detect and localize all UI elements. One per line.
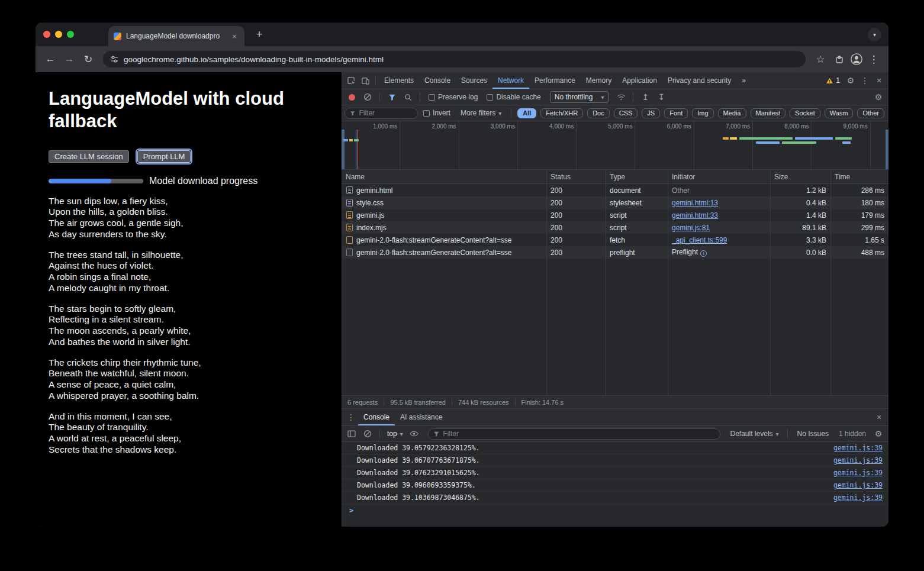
filter-pill-media[interactable]: Media	[718, 108, 746, 118]
network-request-row[interactable]: gemini-2.0-flash:streamGenerateContent?a…	[342, 246, 888, 259]
invert-filter-checkbox[interactable]: Invert	[423, 109, 450, 117]
column-header-name[interactable]: Name	[342, 173, 546, 181]
filter-pill-socket[interactable]: Socket	[790, 108, 820, 118]
no-issues-label[interactable]: No Issues	[797, 430, 829, 438]
new-tab-button[interactable]: +	[252, 28, 267, 41]
network-settings-icon[interactable]: ⚙	[871, 90, 886, 104]
devtools-close-icon[interactable]: ×	[872, 73, 886, 88]
hidden-messages-label[interactable]: 1 hidden	[839, 430, 866, 438]
profile-avatar[interactable]	[849, 52, 864, 66]
inspect-element-icon[interactable]	[344, 73, 358, 88]
filter-pill-doc[interactable]: Doc	[587, 108, 610, 118]
console-sidebar-icon[interactable]	[345, 427, 359, 441]
column-header-time[interactable]: Time	[830, 173, 888, 181]
tab-close-icon[interactable]: ×	[230, 32, 239, 41]
tab-application[interactable]: Application	[617, 72, 662, 89]
disable-cache-checkbox[interactable]: Disable cache	[487, 93, 540, 101]
tab-elements[interactable]: Elements	[379, 72, 419, 89]
drawer-menu-icon[interactable]: ⋮	[344, 410, 358, 424]
live-expression-eye-icon[interactable]	[407, 427, 421, 441]
network-request-row[interactable]: gemini-2.0-flash:streamGenerateContent?a…	[342, 234, 888, 246]
export-har-icon[interactable]: ↧	[654, 90, 668, 104]
forward-icon[interactable]: →	[60, 50, 78, 68]
filter-pill-manifest[interactable]: Manifest	[751, 108, 786, 118]
clear-console-icon[interactable]	[360, 427, 375, 441]
tab-search-button[interactable]: ▾	[868, 28, 881, 41]
tab-sources[interactable]: Sources	[456, 72, 492, 89]
drawer-close-icon[interactable]: ×	[872, 410, 886, 424]
tab-console[interactable]: Console	[419, 72, 456, 89]
drawer-tab-ai-assistance[interactable]: AI assistance	[395, 409, 447, 425]
prompt-llm-button[interactable]: Prompt LLM	[137, 150, 191, 163]
filter-pill-css[interactable]: CSS	[614, 108, 638, 118]
more-filters-dropdown[interactable]: More filters▾	[461, 109, 501, 117]
warning-badge[interactable]: 1	[822, 76, 843, 85]
tab-privacy-and-security[interactable]: Privacy and security	[662, 72, 736, 89]
network-request-row[interactable]: index.mjs 200 script gemini.js:81 89.1 k…	[342, 221, 888, 234]
overview-right-handle[interactable]	[886, 130, 888, 169]
console-context-selector[interactable]: top▾	[387, 430, 403, 438]
column-header-size[interactable]: Size	[770, 173, 830, 181]
minimize-window-button[interactable]	[55, 31, 62, 38]
site-settings-icon[interactable]	[110, 55, 118, 63]
console-source-link[interactable]: gemini.js:39	[833, 456, 883, 464]
create-llm-session-button[interactable]: Create LLM session	[49, 150, 129, 163]
filter-pill-js[interactable]: JS	[642, 108, 660, 118]
overview-left-handle[interactable]	[342, 130, 345, 169]
filter-pill-font[interactable]: Font	[664, 108, 688, 118]
filter-pill-fetch-xhr[interactable]: Fetch/XHR	[540, 108, 583, 118]
network-request-row[interactable]: gemini.html 200 document Other 1.2 kB 28…	[342, 184, 888, 196]
reload-icon[interactable]: ↻	[79, 50, 97, 68]
timeline-activity-bar	[842, 141, 851, 144]
console-source-link[interactable]: gemini.js:39	[833, 493, 883, 502]
filter-pill-wasm[interactable]: Wasm	[825, 108, 854, 118]
network-overview-timeline[interactable]: 1,000 ms 2,000 ms 3,000 ms 4,000 ms 5,00…	[342, 121, 888, 170]
tab-performance[interactable]: Performance	[529, 72, 581, 89]
more-panels-icon[interactable]: »	[736, 72, 751, 89]
bookmark-star-icon[interactable]: ☆	[812, 50, 829, 68]
import-har-icon[interactable]: ↥	[638, 90, 652, 104]
extensions-icon[interactable]	[830, 50, 848, 68]
initiator-link[interactable]: _api_client.ts:599	[672, 236, 727, 244]
default-levels-dropdown[interactable]: Default levels▾	[730, 430, 779, 438]
url-bar[interactable]: googlechrome.github.io/samples/downloadi…	[103, 51, 806, 67]
initiator-link[interactable]: gemini.html:33	[672, 211, 718, 220]
browser-tab[interactable]: LanguageModel downloadpro ×	[108, 26, 244, 46]
filter-pill-img[interactable]: Img	[692, 108, 713, 118]
network-filter-input[interactable]	[345, 108, 418, 119]
devtools-menu-icon[interactable]: ⋮	[858, 73, 872, 88]
maximize-window-button[interactable]	[67, 31, 74, 38]
console-source-link[interactable]: gemini.js:39	[833, 444, 883, 452]
console-settings-icon[interactable]: ⚙	[871, 427, 886, 441]
preflight-info-icon[interactable]: i	[700, 250, 707, 257]
record-network-log-icon[interactable]	[345, 90, 359, 104]
close-window-button[interactable]	[43, 31, 50, 38]
column-header-type[interactable]: Type	[606, 173, 668, 181]
tab-network[interactable]: Network	[492, 72, 529, 89]
devtools-settings-icon[interactable]: ⚙	[843, 73, 858, 88]
back-icon[interactable]: ←	[41, 50, 59, 68]
column-header-initiator[interactable]: Initiator	[668, 173, 770, 181]
filter-toggle-icon[interactable]	[385, 90, 399, 104]
preserve-log-checkbox[interactable]: Preserve log	[429, 93, 478, 101]
initiator-link[interactable]: gemini.html:13	[672, 199, 718, 207]
network-request-row[interactable]: gemini.js 200 script gemini.html:33 1.4 …	[342, 209, 888, 221]
filter-pill-other[interactable]: Other	[857, 108, 884, 118]
search-icon[interactable]	[401, 90, 415, 104]
timeline-activity-bar	[835, 137, 852, 140]
drawer-tab-console[interactable]: Console	[358, 409, 395, 425]
throttling-select[interactable]: No throttling▾	[550, 91, 609, 103]
column-header-status[interactable]: Status	[546, 173, 606, 181]
clear-network-log-icon[interactable]	[360, 90, 375, 104]
console-filter-input[interactable]	[428, 428, 720, 440]
console-prompt[interactable]: >	[342, 504, 888, 517]
console-source-link[interactable]: gemini.js:39	[833, 469, 883, 477]
initiator-link[interactable]: gemini.js:81	[672, 224, 710, 232]
network-conditions-icon[interactable]	[614, 90, 628, 104]
filter-pill-all[interactable]: All	[517, 108, 536, 118]
browser-menu-icon[interactable]: ⋮	[865, 50, 883, 68]
network-request-row[interactable]: style.css 200 stylesheet gemini.html:13 …	[342, 196, 888, 209]
device-toolbar-icon[interactable]	[358, 73, 372, 88]
console-source-link[interactable]: gemini.js:39	[833, 481, 883, 489]
tab-memory[interactable]: Memory	[581, 72, 617, 89]
